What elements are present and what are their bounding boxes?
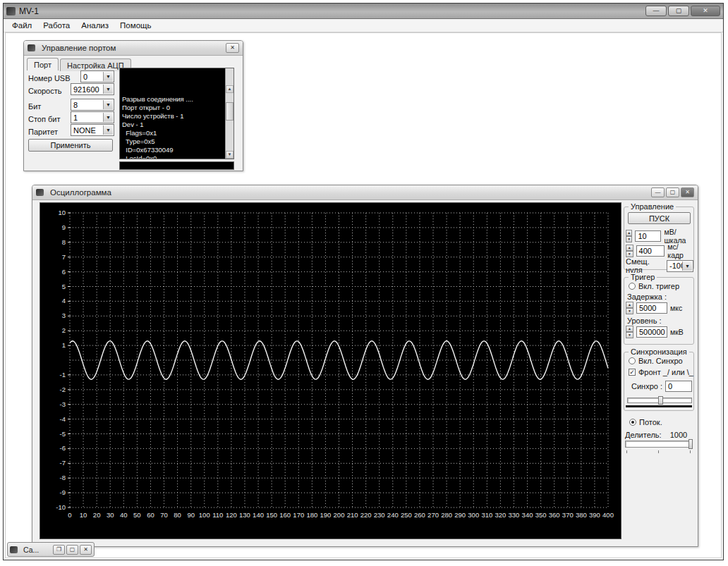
front-checkbox[interactable]: ✓: [629, 369, 636, 376]
oscillogram-icon: [36, 189, 44, 196]
port-dialog-titlebar[interactable]: Управление портом ✕: [24, 41, 243, 56]
min-close-button[interactable]: ✕: [80, 545, 92, 555]
menu-item-работа[interactable]: Работа: [37, 20, 75, 31]
sync-value-input[interactable]: 0: [665, 381, 692, 392]
x-tick-label: 270: [427, 511, 439, 519]
zero-offset-combo[interactable]: -1000 ▼: [667, 260, 693, 272]
y-tick-label: -4: [60, 415, 66, 423]
combo-value: 8: [73, 101, 78, 109]
level-input[interactable]: 500000: [636, 326, 667, 338]
console-line: Число устройств - 1: [122, 112, 224, 121]
sync-slider[interactable]: [627, 396, 692, 405]
x-tick-label: 360: [549, 511, 560, 519]
chevron-down-icon[interactable]: ▼: [103, 100, 113, 109]
y-tick-label: -1: [60, 371, 66, 379]
x-tick-label: 20: [93, 511, 101, 519]
oscilloscope-plot: 10987654321-1-2-3-4-5-6-7-8-9-1001020304…: [40, 202, 621, 539]
chevron-down-icon[interactable]: ▼: [103, 72, 113, 81]
close-button[interactable]: ✕: [691, 6, 720, 16]
x-tick-label: 170: [293, 511, 304, 519]
spin-up-icon: ▲: [626, 245, 633, 251]
divider-value: 1000: [670, 431, 687, 439]
y-tick-label: 10: [58, 209, 66, 216]
x-tick-label: 350: [535, 511, 547, 519]
waveform-chart: 10987654321-1-2-3-4-5-6-7-8-9-1001020304…: [40, 203, 621, 539]
combo-value: NONE: [73, 126, 96, 135]
delay-input[interactable]: 5000: [636, 302, 667, 314]
level-label: Уровень :: [627, 316, 662, 325]
divider-slider[interactable]: [625, 439, 693, 449]
x-tick-label: 70: [160, 511, 168, 519]
level-spinner[interactable]: ▲▼: [626, 326, 633, 338]
delay-spinner[interactable]: ▲▼: [626, 302, 633, 314]
field-label: Стоп бит: [28, 115, 60, 123]
maximize-button[interactable]: ▢: [668, 6, 689, 16]
trigger-group: Тригер Вкл. тригер Задержка : ▲▼ 5000 мк…: [624, 277, 694, 345]
mv-scale-input[interactable]: 10: [635, 230, 661, 242]
console-line: ID=0x67330049: [122, 146, 224, 154]
field-label: Бит: [28, 102, 41, 111]
y-tick-label: 1: [62, 341, 66, 349]
osc-maximize-button[interactable]: ▢: [666, 187, 679, 197]
tab-порт[interactable]: Порт: [27, 58, 59, 70]
y-tick-label: 7: [62, 253, 66, 261]
slider-thumb[interactable]: [688, 439, 693, 449]
chevron-down-icon[interactable]: ▼: [682, 262, 692, 271]
trigger-enable-label: Вкл. тригер: [638, 282, 679, 290]
x-tick-label: 240: [387, 511, 399, 519]
field-label: Скорость: [28, 87, 62, 95]
restore-button[interactable]: ❐: [53, 545, 65, 555]
номер-usb-combo[interactable]: 0▼: [80, 70, 114, 82]
x-tick-label: 400: [602, 511, 614, 519]
chevron-down-icon[interactable]: ▼: [103, 113, 113, 122]
trigger-enable-radio[interactable]: [629, 283, 636, 290]
minimized-window-icon: [10, 546, 18, 553]
chevron-down-icon[interactable]: ▼: [103, 85, 113, 94]
x-tick-label: 50: [133, 511, 141, 519]
spin-up-icon: ▲: [626, 326, 633, 332]
combo-value: 0: [83, 73, 87, 81]
apply-button[interactable]: Применить: [28, 139, 113, 152]
dialog-close-icon[interactable]: ✕: [226, 43, 239, 53]
паритет-combo[interactable]: NONE▼: [71, 124, 114, 136]
скорость-combo[interactable]: 921600▼: [71, 83, 114, 95]
divider-slider-ticks: [625, 450, 693, 454]
trigger-group-title: Тригер: [629, 273, 657, 281]
стоп-бит-combo[interactable]: 1▼: [71, 111, 114, 123]
scroll-down-icon[interactable]: ▼: [226, 151, 233, 159]
console-line: Type=0x5: [122, 137, 224, 146]
osc-close-button[interactable]: ✕: [681, 187, 694, 197]
x-tick-label: 220: [360, 511, 372, 519]
osc-minimize-button[interactable]: —: [651, 187, 665, 197]
sync-enable-radio[interactable]: [629, 357, 636, 364]
console-input-line[interactable]: [119, 161, 234, 170]
бит-combo[interactable]: 8▼: [71, 99, 114, 111]
ms-frame-input[interactable]: 400: [636, 245, 665, 257]
minimize-button[interactable]: —: [645, 6, 667, 16]
console-line: Порт открыт - 0: [122, 104, 224, 112]
console-scrollbar[interactable]: ▲ ▼: [225, 68, 233, 159]
menu-item-файл[interactable]: Файл: [6, 20, 37, 31]
x-tick-label: 300: [468, 511, 479, 519]
ms-frame-spinner[interactable]: ▲▼: [626, 245, 633, 257]
slider-thumb[interactable]: [658, 396, 663, 405]
stream-radio[interactable]: [629, 419, 636, 426]
scroll-up-icon[interactable]: ▲: [226, 85, 233, 93]
min-maximize-button[interactable]: ▢: [66, 545, 78, 555]
mv-scale-spinner[interactable]: ▲▼: [626, 230, 632, 242]
x-tick-label: 250: [401, 511, 412, 519]
menu-item-анализ[interactable]: Анализ: [75, 20, 114, 31]
x-tick-label: 80: [174, 511, 181, 519]
level-unit: мкВ: [670, 328, 684, 336]
scroll-thumb[interactable]: [226, 102, 233, 121]
start-button[interactable]: ПУСК: [628, 212, 691, 224]
minimized-window-strip[interactable]: Са... ❐ ▢ ✕: [7, 542, 95, 557]
x-tick-label: 380: [576, 511, 587, 519]
x-tick-label: 60: [147, 511, 154, 519]
stream-radio-label: Поток.: [639, 418, 662, 426]
main-titlebar[interactable]: MV-1 — ▢ ✕: [4, 4, 723, 19]
oscillogram-titlebar[interactable]: Осциллограмма — ▢ ✕: [32, 185, 698, 200]
field-label: Номер USB: [28, 74, 71, 82]
menu-item-помощь[interactable]: Помощь: [114, 20, 157, 31]
chevron-down-icon[interactable]: ▼: [103, 125, 113, 135]
